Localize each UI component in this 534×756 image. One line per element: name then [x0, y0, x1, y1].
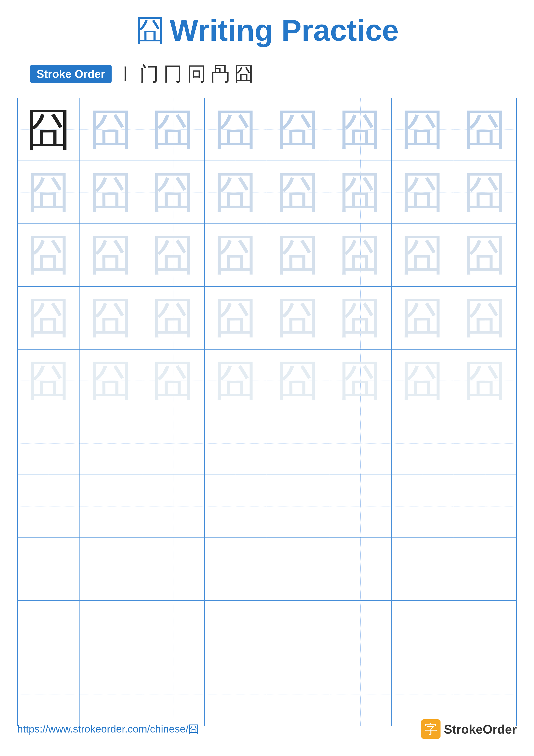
grid-cell[interactable]: 囧 [80, 350, 142, 412]
grid-cell[interactable] [80, 475, 142, 537]
grid-cell[interactable] [329, 412, 392, 474]
stroke-order-badge: Stroke Order [30, 65, 112, 83]
grid-cell[interactable] [267, 412, 329, 474]
stroke-1: 门 [140, 61, 159, 87]
grid-cell[interactable] [267, 601, 329, 663]
grid-cell[interactable]: 囧 [329, 350, 392, 412]
grid-cell[interactable]: 囧 [329, 98, 392, 161]
grid-cell[interactable]: 囧 [267, 98, 329, 161]
grid-cell[interactable]: 囧 [454, 161, 516, 223]
grid-cell[interactable] [205, 601, 267, 663]
grid-cell[interactable] [454, 663, 516, 726]
grid-cell[interactable] [18, 663, 80, 726]
grid-cell[interactable]: 囧 [392, 98, 454, 161]
grid-cell[interactable]: 囧 [18, 161, 80, 223]
grid-cell[interactable] [18, 538, 80, 600]
grid-cell[interactable]: 囧 [454, 350, 516, 412]
grid-cell[interactable]: 囧 [392, 286, 454, 349]
grid-cell[interactable] [267, 663, 329, 726]
grid-cell[interactable] [142, 663, 205, 726]
grid-cell[interactable]: 囧 [205, 286, 267, 349]
practice-char: 囧 [276, 296, 319, 339]
practice-char: 囧 [276, 233, 319, 277]
grid-cell[interactable] [142, 538, 205, 600]
grid-cell[interactable] [205, 475, 267, 537]
grid-cell[interactable] [392, 475, 454, 537]
grid-cell[interactable]: 囧 [18, 98, 80, 161]
grid-cell[interactable] [142, 475, 205, 537]
grid-cell[interactable]: 囧 [142, 224, 205, 286]
grid-cell[interactable]: 囧 [18, 350, 80, 412]
grid-cell[interactable]: 囧 [142, 98, 205, 161]
grid-cell[interactable] [80, 663, 142, 726]
grid-cell[interactable]: 囧 [454, 286, 516, 349]
grid-cell[interactable] [267, 475, 329, 537]
grid-cell[interactable]: 囧 [267, 286, 329, 349]
grid-cell[interactable]: 囧 [80, 161, 142, 223]
grid-cell[interactable]: 囧 [205, 98, 267, 161]
grid-cell[interactable] [205, 412, 267, 474]
grid-cell[interactable]: 囧 [329, 224, 392, 286]
grid-cell[interactable] [80, 601, 142, 663]
header: 囧 Writing Practice [17, 13, 517, 48]
grid-cell[interactable] [329, 538, 392, 600]
grid-cell[interactable]: 囧 [142, 161, 205, 223]
grid-cell[interactable] [18, 412, 80, 474]
footer-url[interactable]: https://www.strokeorder.com/chinese/囧 [17, 722, 199, 736]
grid-cell[interactable] [392, 601, 454, 663]
grid-cell[interactable]: 囧 [267, 161, 329, 223]
grid-cell[interactable]: 囧 [142, 350, 205, 412]
grid-cell[interactable] [142, 601, 205, 663]
practice-char: 囧 [89, 359, 133, 402]
grid-cell[interactable] [329, 601, 392, 663]
grid-cell[interactable]: 囧 [205, 224, 267, 286]
stroke-4: 冎 [211, 61, 230, 87]
stroke-order-chars: 门 冂 冋 冎 囧 [140, 61, 254, 87]
grid-cell[interactable]: 囧 [454, 98, 516, 161]
grid-cell[interactable] [267, 538, 329, 600]
grid-cell[interactable] [205, 663, 267, 726]
grid-cell[interactable]: 囧 [392, 350, 454, 412]
grid-cell[interactable]: 囧 [205, 161, 267, 223]
stroke-3: 冋 [187, 61, 206, 87]
grid-cell[interactable] [329, 663, 392, 726]
grid-cell[interactable] [80, 412, 142, 474]
grid-cell[interactable]: 囧 [18, 286, 80, 349]
grid-cell[interactable]: 囧 [329, 161, 392, 223]
grid-cell[interactable] [329, 475, 392, 537]
stroke-5: 囧 [234, 61, 254, 87]
grid-cell[interactable]: 囧 [454, 224, 516, 286]
grid-cell[interactable] [205, 538, 267, 600]
grid-cell[interactable]: 囧 [80, 98, 142, 161]
practice-char: 囧 [464, 108, 507, 151]
grid-cell[interactable] [18, 475, 80, 537]
grid-row-6 [18, 412, 516, 475]
practice-char: 囧 [152, 233, 195, 277]
grid-cell[interactable]: 囧 [80, 286, 142, 349]
grid-cell[interactable]: 囧 [205, 350, 267, 412]
grid-cell[interactable] [80, 538, 142, 600]
grid-cell[interactable] [392, 538, 454, 600]
grid-cell[interactable]: 囧 [142, 286, 205, 349]
practice-char: 囧 [152, 359, 195, 402]
grid-cell[interactable] [454, 475, 516, 537]
grid-cell[interactable]: 囧 [18, 224, 80, 286]
grid-cell[interactable] [18, 601, 80, 663]
grid-cell[interactable]: 囧 [267, 224, 329, 286]
grid-cell[interactable]: 囧 [392, 224, 454, 286]
grid-cell[interactable] [142, 412, 205, 474]
grid-cell[interactable] [454, 412, 516, 474]
grid-row-4: 囧 囧 囧 囧 囧 囧 囧 囧 [18, 286, 516, 349]
stroke-2: 冂 [163, 61, 183, 87]
practice-char: 囧 [276, 171, 319, 214]
grid-cell[interactable]: 囧 [329, 286, 392, 349]
grid-cell[interactable]: 囧 [267, 350, 329, 412]
grid-cell[interactable] [454, 538, 516, 600]
practice-char: 囧 [339, 296, 382, 339]
grid-cell[interactable] [392, 663, 454, 726]
grid-cell[interactable]: 囧 [80, 224, 142, 286]
grid-cell[interactable]: 囧 [392, 161, 454, 223]
practice-char: 囧 [214, 359, 257, 402]
grid-cell[interactable] [392, 412, 454, 474]
grid-cell[interactable] [454, 601, 516, 663]
